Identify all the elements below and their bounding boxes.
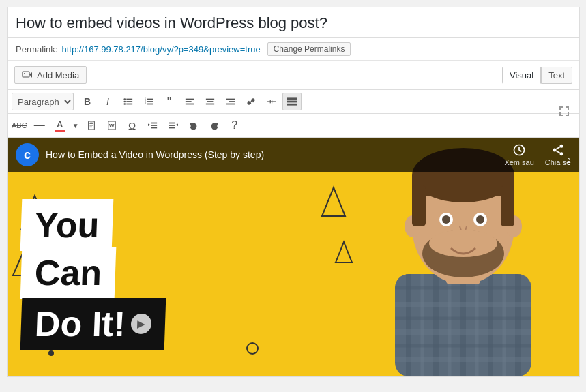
svg-point-6 <box>123 98 126 100</box>
share-control[interactable]: Chia sẻ <box>545 143 571 167</box>
svg-rect-26 <box>272 100 272 104</box>
svg-rect-29 <box>287 104 297 106</box>
tab-visual[interactable]: Visual <box>502 67 541 84</box>
unordered-list-button[interactable] <box>119 93 138 110</box>
channel-icon-letter: c <box>24 148 31 162</box>
strikethrough-label: ABC <box>12 121 27 130</box>
font-color-button[interactable]: A <box>50 117 70 134</box>
kitchen-sink-button[interactable] <box>282 93 302 110</box>
svg-rect-31 <box>89 123 93 124</box>
svg-rect-38 <box>151 127 157 129</box>
svg-rect-16 <box>186 101 192 102</box>
link-button[interactable] <box>241 93 261 110</box>
align-left-button[interactable] <box>180 93 199 110</box>
italic-button[interactable]: I <box>98 93 117 110</box>
svg-rect-37 <box>151 125 157 126</box>
svg-rect-9 <box>147 99 153 100</box>
svg-marker-47 <box>322 187 345 216</box>
tab-text[interactable]: Text <box>541 67 572 84</box>
video-title: How to Embed a Video in Wordpress (Step … <box>46 149 497 160</box>
paragraph-select[interactable]: Paragraph Heading 1 Heading 2 Heading 3 <box>12 93 74 110</box>
post-title-area <box>8 7 579 38</box>
editor-content: You Can Do It! ▶ <box>8 138 579 376</box>
banner-you: You <box>20 199 114 251</box>
svg-line-83 <box>556 151 560 153</box>
svg-rect-19 <box>207 101 214 102</box>
svg-rect-3 <box>126 99 132 100</box>
horizontal-rule-button[interactable]: — <box>30 117 49 134</box>
svg-point-8 <box>123 103 126 105</box>
youtube-topbar: c How to Embed a Video in Wordpress (Ste… <box>8 138 579 172</box>
svg-rect-41 <box>169 125 175 126</box>
add-media-label: Add Media <box>37 70 79 80</box>
svg-point-70 <box>442 215 450 224</box>
svg-rect-5 <box>126 104 132 105</box>
deco-circle-3 <box>246 342 259 355</box>
permalink-link[interactable]: http://167.99.78.217/blog/vy/?p=349&prev… <box>61 44 260 55</box>
toolbar-row-2: ABC — A ▼ W Ω ? <box>8 114 579 138</box>
editor-container: Permalink: http://167.99.78.217/blog/vy/… <box>7 7 580 377</box>
paste-as-text-button[interactable] <box>82 117 101 134</box>
deco-dot-1 <box>48 350 54 356</box>
more-button[interactable] <box>262 93 281 110</box>
watch-later-control[interactable]: Xem sau <box>504 143 533 166</box>
change-permalinks-button[interactable]: Change Permalinks <box>267 42 351 56</box>
svg-rect-32 <box>89 125 93 125</box>
svg-rect-18 <box>206 99 214 100</box>
svg-rect-25 <box>270 100 271 104</box>
bold-button[interactable]: B <box>78 93 97 110</box>
svg-rect-10 <box>147 101 153 102</box>
svg-text:W: W <box>109 123 115 129</box>
svg-point-2 <box>24 73 25 74</box>
svg-rect-4 <box>126 101 132 102</box>
svg-marker-43 <box>175 123 178 126</box>
yt-controls-right: Xem sau Chia sẻ <box>504 143 571 167</box>
svg-line-84 <box>556 147 560 149</box>
expand-button[interactable] <box>557 104 571 121</box>
help-button[interactable]: ? <box>225 117 244 134</box>
undo-button[interactable] <box>184 117 203 134</box>
redo-button[interactable] <box>205 117 224 134</box>
svg-rect-0 <box>23 72 29 77</box>
svg-rect-17 <box>186 104 194 105</box>
svg-rect-15 <box>186 99 194 100</box>
banner-doit: Do It! ▶ <box>20 298 166 350</box>
outdent-button[interactable] <box>143 117 162 134</box>
banner-can: Can <box>20 247 117 299</box>
svg-rect-33 <box>89 127 92 127</box>
svg-marker-39 <box>148 123 151 126</box>
svg-rect-11 <box>147 104 153 105</box>
align-center-button[interactable] <box>201 93 220 110</box>
ordered-list-button[interactable]: 123 <box>139 93 158 110</box>
svg-rect-22 <box>229 101 235 102</box>
align-right-button[interactable] <box>221 93 240 110</box>
special-chars-button[interactable]: Ω <box>123 117 142 134</box>
post-title-input[interactable] <box>16 14 571 32</box>
svg-rect-20 <box>206 104 214 105</box>
svg-point-82 <box>559 152 563 155</box>
svg-rect-68 <box>412 175 514 196</box>
permalink-label: Permalink: <box>16 44 57 55</box>
font-color-underline <box>55 130 65 132</box>
youtube-thumbnail: You Can Do It! ▶ <box>8 138 579 376</box>
svg-rect-36 <box>151 123 157 124</box>
svg-rect-78 <box>501 185 514 226</box>
blockquote-button[interactable]: " <box>160 93 179 110</box>
svg-point-7 <box>123 101 126 103</box>
video-embed[interactable]: You Can Do It! ▶ <box>8 138 579 376</box>
toolbar-row-1: Paragraph Heading 1 Heading 2 Heading 3 … <box>8 90 579 114</box>
add-media-icon <box>22 70 33 80</box>
svg-rect-23 <box>226 104 235 105</box>
view-tabs: Visual Text <box>502 67 572 84</box>
svg-rect-21 <box>226 99 235 100</box>
svg-rect-77 <box>412 185 426 226</box>
indent-button[interactable] <box>164 117 183 134</box>
svg-point-81 <box>553 148 556 151</box>
paste-from-word-button[interactable]: W <box>102 117 121 134</box>
font-color-letter: A <box>57 120 63 129</box>
add-media-button[interactable]: Add Media <box>14 66 87 84</box>
color-select-arrow[interactable]: ▼ <box>71 117 80 134</box>
add-media-row: Add Media Visual Text <box>8 61 579 90</box>
svg-rect-42 <box>169 127 175 129</box>
svg-point-72 <box>476 215 484 224</box>
